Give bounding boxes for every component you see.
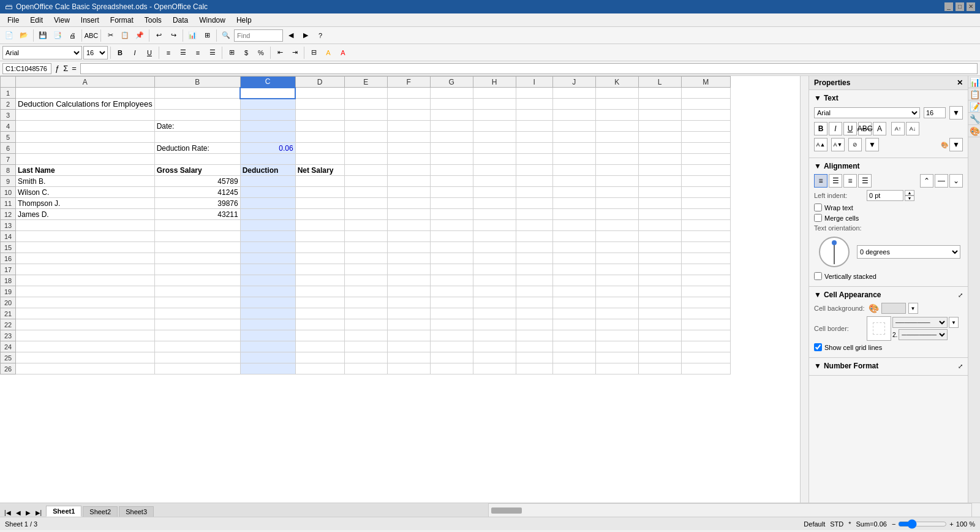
cell-D2[interactable] <box>295 99 344 110</box>
wrap-text-label[interactable]: Wrap text <box>824 204 853 211</box>
cell-J13[interactable] <box>552 220 595 231</box>
cell-C23[interactable] <box>240 330 295 341</box>
cell-B2[interactable] <box>154 99 240 110</box>
cell-B14[interactable] <box>154 231 240 242</box>
cell-L20[interactable] <box>638 297 681 308</box>
cell-D18[interactable] <box>295 275 344 286</box>
cell-I13[interactable] <box>516 220 552 231</box>
cell-D10[interactable] <box>295 187 344 198</box>
cell-appearance-expand[interactable]: ⤢ <box>958 292 963 298</box>
properties-close-icon[interactable]: ✕ <box>957 78 963 87</box>
cell-A7[interactable] <box>16 154 155 165</box>
cell-G14[interactable] <box>430 231 473 242</box>
sheet-nav-prev[interactable]: ◀ <box>14 509 23 517</box>
col-header-K[interactable]: K <box>595 77 638 88</box>
cell-G22[interactable] <box>430 319 473 330</box>
row-header-23[interactable]: 23 <box>1 330 16 341</box>
cell-I10[interactable] <box>516 187 552 198</box>
cell-M13[interactable] <box>681 220 730 231</box>
cell-C20[interactable] <box>240 297 295 308</box>
cell-J7[interactable] <box>552 154 595 165</box>
cell-B20[interactable] <box>154 297 240 308</box>
cell-C3[interactable] <box>240 110 295 121</box>
cell-reference-input[interactable] <box>2 63 51 74</box>
col-header-I[interactable]: I <box>516 77 552 88</box>
cell-G20[interactable] <box>430 297 473 308</box>
cell-K14[interactable] <box>595 231 638 242</box>
cell-bg-dropdown-arrow[interactable]: ▼ <box>908 303 918 314</box>
prop-italic-button[interactable]: I <box>829 122 842 135</box>
indent-up[interactable]: ▲ <box>905 190 914 196</box>
prop-subscript-button[interactable]: A↓ <box>906 122 919 135</box>
cell-F21[interactable] <box>387 308 430 319</box>
cell-B15[interactable] <box>154 242 240 253</box>
cell-D20[interactable] <box>295 297 344 308</box>
spell-button[interactable]: ABC <box>85 29 98 42</box>
cell-G13[interactable] <box>430 220 473 231</box>
border-style-dropdown[interactable]: ▼ <box>949 317 959 328</box>
row-header-15[interactable]: 15 <box>1 242 16 253</box>
show-grid-lines-label[interactable]: Show cell grid lines <box>824 344 882 351</box>
cell-H17[interactable] <box>473 264 516 275</box>
cell-K2[interactable] <box>595 99 638 110</box>
menu-tools[interactable]: Tools <box>140 15 167 26</box>
cell-D12[interactable] <box>295 209 344 220</box>
cell-H14[interactable] <box>473 231 516 242</box>
cell-D14[interactable] <box>295 231 344 242</box>
cell-B16[interactable] <box>154 253 240 264</box>
cell-B12[interactable]: 43211 <box>154 209 240 220</box>
menu-insert[interactable]: Insert <box>76 15 104 26</box>
cell-K18[interactable] <box>595 275 638 286</box>
cell-K1[interactable] <box>595 88 638 99</box>
sheet-nav-next[interactable]: ▶ <box>24 509 32 517</box>
cell-C9[interactable] <box>240 176 295 187</box>
cell-M16[interactable] <box>681 253 730 264</box>
col-header-J[interactable]: J <box>552 77 595 88</box>
cell-D5[interactable] <box>295 132 344 143</box>
cell-A12[interactable]: James D. <box>16 209 155 220</box>
cell-G24[interactable] <box>430 341 473 352</box>
cell-H9[interactable] <box>473 176 516 187</box>
cell-C24[interactable] <box>240 341 295 352</box>
cell-B9[interactable]: 45789 <box>154 176 240 187</box>
formula-input[interactable] <box>80 63 978 74</box>
cell-D9[interactable] <box>295 176 344 187</box>
cell-K7[interactable] <box>595 154 638 165</box>
row-header-18[interactable]: 18 <box>1 275 16 286</box>
find-button[interactable]: 🔍 <box>219 29 233 42</box>
cell-G19[interactable] <box>430 286 473 297</box>
cell-M21[interactable] <box>681 308 730 319</box>
row-header-10[interactable]: 10 <box>1 187 16 198</box>
sum-icon[interactable]: Σ <box>62 64 69 73</box>
cell-J17[interactable] <box>552 264 595 275</box>
side-icon-2[interactable]: 📋 <box>968 88 980 101</box>
cell-A3[interactable] <box>16 110 155 121</box>
row-header-6[interactable]: 6 <box>1 143 16 154</box>
cell-J8[interactable] <box>552 165 595 176</box>
cell-L1[interactable] <box>638 88 681 99</box>
prop-superscript-button[interactable]: A↑ <box>891 122 905 135</box>
cell-F18[interactable] <box>387 275 430 286</box>
cell-G2[interactable] <box>430 99 473 110</box>
cell-C4[interactable] <box>240 121 295 132</box>
cell-B10[interactable]: 41245 <box>154 187 240 198</box>
prop-font-size-down[interactable]: ▼ <box>949 106 963 120</box>
alignment-section-header[interactable]: ▼ Alignment <box>814 162 963 170</box>
cell-L23[interactable] <box>638 330 681 341</box>
cell-K23[interactable] <box>595 330 638 341</box>
cell-F14[interactable] <box>387 231 430 242</box>
find-next-button[interactable]: ▶ <box>299 29 312 42</box>
cell-A18[interactable] <box>16 275 155 286</box>
cell-L10[interactable] <box>638 187 681 198</box>
currency-button[interactable]: $ <box>239 46 253 59</box>
row-header-8[interactable]: 8 <box>1 165 16 176</box>
cell-G5[interactable] <box>430 132 473 143</box>
cell-A19[interactable] <box>16 286 155 297</box>
cell-F10[interactable] <box>387 187 430 198</box>
cell-H5[interactable] <box>473 132 516 143</box>
cell-C7[interactable] <box>240 154 295 165</box>
cell-M17[interactable] <box>681 264 730 275</box>
paste-button[interactable]: 📌 <box>133 29 146 42</box>
cell-C16[interactable] <box>240 253 295 264</box>
cell-E22[interactable] <box>344 319 387 330</box>
